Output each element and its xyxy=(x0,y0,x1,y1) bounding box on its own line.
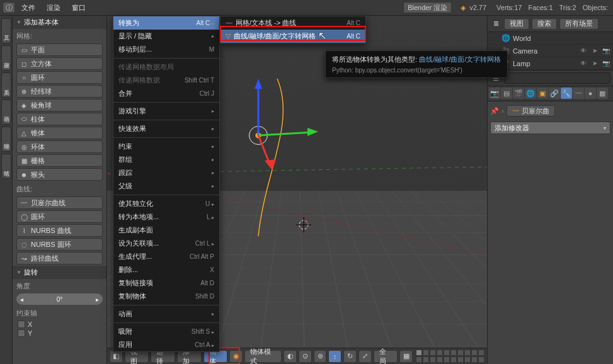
outliner-view[interactable]: 视图 xyxy=(504,18,529,30)
add-icosphere[interactable]: ◈棱角球 xyxy=(16,99,103,111)
restrict-select-icon[interactable]: ➤ xyxy=(590,47,599,54)
mode-icon[interactable]: ◉ xyxy=(229,350,243,363)
panel-rotate[interactable]: 旋转 xyxy=(13,266,106,279)
tab-modifiers[interactable]: 🔧 xyxy=(561,88,572,99)
orientation-dropdown[interactable]: 全局 xyxy=(374,350,398,363)
pin-icon[interactable]: 📌 xyxy=(490,107,499,115)
tab-object[interactable]: ▣ xyxy=(537,88,548,99)
add-torus[interactable]: ◎环体 xyxy=(16,140,103,153)
engine-dropdown[interactable]: Blender 渲染 xyxy=(403,2,452,13)
tab-world[interactable]: 🌐 xyxy=(525,88,536,99)
mode-dropdown[interactable]: 物体模式 xyxy=(244,350,282,363)
add-plane[interactable]: ▭平面 xyxy=(16,43,103,56)
tab-render[interactable]: 📷 xyxy=(489,88,500,99)
axis-x-checkbox[interactable]: X xyxy=(18,321,101,328)
menu-animation[interactable]: 动画▸ xyxy=(113,307,219,321)
monkey-icon: ☻ xyxy=(19,170,29,179)
menu-duplicate[interactable]: 复制物体Shift D xyxy=(113,290,219,303)
bezier-icon: 〰 xyxy=(19,198,29,207)
menu-game-engine[interactable]: 游戏引擎▸ xyxy=(113,105,219,118)
axis-y-checkbox[interactable]: Y xyxy=(18,329,101,337)
menu-make-proxy[interactable]: 生成代理...Ctrl Alt P xyxy=(113,250,219,263)
menu-move-layer[interactable]: 移动到层...M xyxy=(113,43,219,56)
nurbs-curve-icon: ⌇ xyxy=(19,226,29,235)
menu-dup-linked[interactable]: 复制链接项Alt D xyxy=(113,276,219,290)
add-circle[interactable]: ○圆环 xyxy=(16,71,103,84)
tab-scene[interactable]: 🎬 xyxy=(513,88,524,99)
cylinder-icon: ⬭ xyxy=(19,115,29,123)
menu-make-single[interactable]: 使其独立化U ▸ xyxy=(113,197,219,210)
manipulator-translate-icon[interactable]: ↕ xyxy=(328,350,341,363)
tab-gpencil[interactable]: 蜡笔 xyxy=(1,154,11,179)
tab-relations[interactable]: 关系 xyxy=(1,72,11,98)
menu-show-hide[interactable]: 显示 / 隐藏▸ xyxy=(113,30,219,43)
manipulator-rotate-icon[interactable]: ↻ xyxy=(343,350,357,363)
add-bezier[interactable]: 〰贝塞尔曲线 xyxy=(16,196,103,209)
layers-icon[interactable]: ▦ xyxy=(399,350,413,363)
outliner-editor-icon[interactable]: ≣ xyxy=(490,20,501,28)
submenu-to-curve[interactable]: 〰网格/文本线 -> 曲线 Alt C xyxy=(221,16,365,30)
tooltip: 将所选物体转换为其他类型: 曲线/融球/曲面/文字转网格 Python: bpy… xyxy=(325,50,508,78)
outliner-world[interactable]: 🌐World xyxy=(488,32,613,45)
menu-window[interactable]: 窗口 xyxy=(67,1,91,14)
shading-icon[interactable]: ◐ xyxy=(284,350,297,363)
info-editor-icon[interactable]: ⓘ xyxy=(3,2,15,13)
properties-body: 📌 › 〰贝塞尔曲 添加修改器▾ xyxy=(488,101,613,364)
add-bezier-circle[interactable]: ◯圆环 xyxy=(16,210,103,223)
menu-apply[interactable]: 应用Ctrl A ▸ xyxy=(113,338,219,351)
menu-convert-to[interactable]: 转换为Alt C ▸ xyxy=(113,16,219,30)
add-path[interactable]: ↝路径曲线 xyxy=(16,252,103,264)
restrict-view-icon[interactable]: 👁 xyxy=(579,47,588,54)
menu-render[interactable]: 渲染 xyxy=(42,1,66,14)
menu-transfer-data[interactable]: 传递网格数据Shift Ctrl T xyxy=(113,74,219,87)
active-object-button[interactable]: 〰贝塞尔曲 xyxy=(507,105,555,117)
tab-constraints[interactable]: 🔗 xyxy=(549,88,560,99)
outliner-search[interactable]: 搜索 xyxy=(532,18,557,30)
bezier-curve-object[interactable] xyxy=(246,72,384,250)
tab-texture[interactable]: ▩ xyxy=(597,88,608,99)
layer-buttons[interactable] xyxy=(416,350,484,363)
tab-animation[interactable]: 动画 xyxy=(1,100,11,125)
add-nurbs-curve[interactable]: ⌇NURBS 曲线 xyxy=(16,224,103,237)
add-cube[interactable]: ◻立方体 xyxy=(16,57,103,70)
angle-input[interactable]: ◂0°▸ xyxy=(16,293,103,305)
outliner-all-scenes[interactable]: 所有场景 xyxy=(559,18,599,30)
add-nurbs-circle[interactable]: ◌NURBS 圆环 xyxy=(16,238,103,251)
add-grid[interactable]: ▦栅格 xyxy=(16,154,103,167)
menu-group[interactable]: 群组▸ xyxy=(113,153,219,166)
add-cone[interactable]: △锥体 xyxy=(16,127,103,139)
menu-track[interactable]: 跟踪▸ xyxy=(113,166,219,179)
panel-add-primitive[interactable]: 添加基本体 xyxy=(13,16,106,29)
menu-parent[interactable]: 父级▸ xyxy=(113,179,219,193)
menu-transfer-layout[interactable]: 传递网格数据布局 xyxy=(113,60,219,74)
tab-create[interactable]: 创建 xyxy=(1,45,11,71)
add-monkey[interactable]: ☻猴头 xyxy=(16,168,103,181)
menu-make-links[interactable]: 设为关联项...Ctrl L ▸ xyxy=(113,237,219,250)
menu-make-local[interactable]: 转为本地项...L ▸ xyxy=(113,210,219,224)
menu-delete[interactable]: 删除...X xyxy=(113,263,219,276)
tab-material[interactable]: ● xyxy=(585,88,596,99)
add-modifier-dropdown[interactable]: 添加修改器▾ xyxy=(490,122,610,134)
tool-shelf-tabs: 工具 创建 关系 动画 物理 蜡笔 xyxy=(0,16,13,364)
tab-render-layers[interactable]: ▤ xyxy=(501,88,512,99)
tab-data[interactable]: 〰 xyxy=(573,88,584,99)
breadcrumb-icon: › xyxy=(501,107,504,115)
menu-constraint[interactable]: 约束▸ xyxy=(113,140,219,153)
properties-search[interactable] xyxy=(504,72,610,84)
manipulator-scale-icon[interactable]: ⤢ xyxy=(358,350,372,363)
torus-icon: ◎ xyxy=(19,142,29,151)
convert-submenu: 〰网格/文本线 -> 曲线 Alt C ▽曲线/融球/曲面/文字转网格 Alt … xyxy=(220,16,366,43)
pivot2-icon[interactable]: ⊚ xyxy=(314,350,327,363)
submenu-to-mesh[interactable]: ▽曲线/融球/曲面/文字转网格 Alt C xyxy=(221,30,365,43)
tab-tools[interactable]: 工具 xyxy=(1,18,11,43)
menu-join[interactable]: 合并Ctrl J xyxy=(113,87,219,100)
menu-file[interactable]: 文件 xyxy=(16,1,40,14)
add-uvsphere[interactable]: ⊕经纬球 xyxy=(16,85,103,98)
pivot-icon[interactable]: ⊙ xyxy=(299,350,312,363)
tab-physics[interactable]: 物理 xyxy=(1,127,11,152)
menu-snap[interactable]: 吸附Shift S ▸ xyxy=(113,325,219,338)
menu-make-dupli[interactable]: 生成副本面 xyxy=(113,224,219,237)
add-cylinder[interactable]: ⬭柱体 xyxy=(16,113,103,125)
restrict-render-icon[interactable]: 📷 xyxy=(602,47,610,54)
menu-quick-effects[interactable]: 快速效果▸ xyxy=(113,122,219,135)
